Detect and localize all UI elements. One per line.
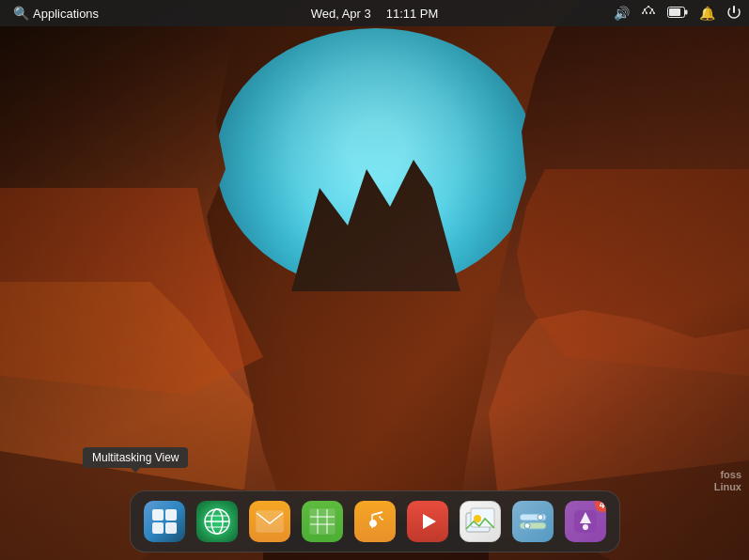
svg-rect-40 <box>520 522 546 529</box>
notification-icon[interactable]: 🔔 <box>699 6 715 21</box>
panel-center: Wed, Apr 3 11:11 PM <box>311 7 439 21</box>
svg-point-37 <box>474 515 481 522</box>
taskbar-dock: 4 <box>130 490 620 552</box>
music-svg <box>362 508 388 535</box>
photos-svg <box>464 506 496 537</box>
store-icon: 4 <box>565 501 606 542</box>
video-svg <box>414 510 442 533</box>
volume-icon[interactable]: 🔊 <box>614 6 630 21</box>
dock-item-spreadsheet[interactable] <box>298 497 347 546</box>
battery-svg <box>667 7 688 18</box>
svg-rect-15 <box>669 8 680 16</box>
svg-rect-14 <box>685 10 688 15</box>
power-icon[interactable] <box>726 5 741 23</box>
svg-line-33 <box>372 512 382 515</box>
svg-line-7 <box>645 7 648 9</box>
dock-item-store[interactable]: 4 <box>561 497 610 546</box>
svg-rect-21 <box>165 522 177 534</box>
multitask-svg <box>150 507 179 536</box>
network-svg <box>641 5 656 20</box>
photos-icon <box>460 501 501 542</box>
search-icon: 🔍 <box>13 6 29 21</box>
dock-item-music[interactable] <box>351 497 399 546</box>
watermark: foss Linux <box>714 469 741 492</box>
settings-icon <box>512 501 554 542</box>
settings-svg <box>518 512 548 531</box>
watermark-linux-text: Linux <box>714 481 741 492</box>
panel-right: 🔊 <box>614 5 741 23</box>
mail-icon <box>249 501 290 542</box>
svg-rect-19 <box>165 509 177 521</box>
top-panel: 🔍 Applications Wed, Apr 3 11:11 PM 🔊 <box>0 0 749 26</box>
store-svg <box>572 508 599 535</box>
svg-marker-34 <box>423 514 436 529</box>
dock-item-multitask[interactable] <box>140 497 189 546</box>
svg-line-11 <box>650 9 652 13</box>
svg-line-9 <box>643 9 645 13</box>
svg-line-12 <box>652 9 654 13</box>
dock-item-settings[interactable] <box>508 497 557 546</box>
globe-icon <box>196 501 238 542</box>
dock-item-photos[interactable] <box>456 497 505 546</box>
applications-button[interactable]: 🔍 Applications <box>8 4 104 23</box>
dock-item-mail[interactable] <box>245 497 294 546</box>
dock-item-video[interactable] <box>403 497 452 546</box>
multitask-icon <box>144 501 185 542</box>
svg-point-43 <box>583 524 588 530</box>
watermark-foss-text: foss <box>714 469 741 481</box>
desktop: 🔍 Applications Wed, Apr 3 11:11 PM 🔊 <box>0 0 749 560</box>
globe-svg <box>202 506 232 537</box>
svg-line-10 <box>645 9 647 13</box>
mail-svg <box>256 510 284 533</box>
svg-point-39 <box>538 515 543 521</box>
music-icon <box>354 501 396 542</box>
svg-rect-20 <box>152 522 164 534</box>
dock-item-browser[interactable] <box>193 497 242 546</box>
network-icon[interactable] <box>641 5 656 23</box>
applications-label: Applications <box>33 7 99 21</box>
wallpaper <box>0 0 749 560</box>
svg-rect-18 <box>152 509 164 521</box>
svg-line-8 <box>648 7 652 9</box>
date-display: Wed, Apr 3 <box>311 7 371 21</box>
battery-icon[interactable] <box>667 6 688 21</box>
spreadsheet-icon <box>302 501 343 542</box>
svg-rect-28 <box>310 509 335 534</box>
svg-rect-27 <box>257 511 283 532</box>
panel-left: 🔍 Applications <box>8 4 104 23</box>
svg-point-41 <box>524 523 530 529</box>
spreadsheet-svg <box>308 507 336 536</box>
time-display: 11:11 PM <box>386 7 439 21</box>
power-svg <box>726 5 741 20</box>
video-icon <box>407 501 448 542</box>
